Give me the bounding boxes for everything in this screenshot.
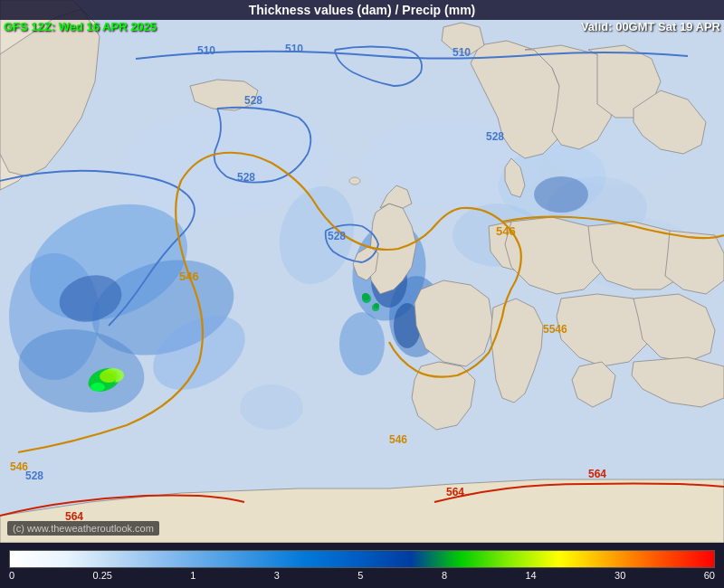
colorbar-container: 00.251358143060 — [0, 543, 724, 588]
colorbar-label: 8 — [442, 570, 447, 581]
svg-point-26 — [349, 177, 360, 185]
svg-text:564: 564 — [446, 486, 464, 498]
model-info: GFS 12Z: Wed 16 APR 2025 — [4, 20, 157, 33]
colorbar-label: 3 — [274, 570, 280, 581]
colorbar-gradient — [9, 550, 715, 568]
colorbar-label: 1 — [190, 570, 195, 581]
svg-point-44 — [374, 303, 379, 308]
svg-text:546: 546 — [179, 270, 199, 283]
colorbar-label: 0.25 — [93, 570, 112, 581]
weather-map-svg: 510 510 510 528 528 528 528 528 546 546 … — [0, 0, 724, 543]
svg-text:564: 564 — [588, 468, 606, 480]
svg-text:510: 510 — [285, 43, 303, 55]
svg-text:546: 546 — [496, 224, 516, 238]
svg-text:528: 528 — [25, 469, 43, 482]
svg-point-9 — [339, 312, 385, 375]
svg-point-14 — [240, 384, 303, 430]
valid-time: Valid: 00GMT Sat 19 APR — [581, 20, 720, 33]
svg-point-18 — [534, 176, 588, 213]
svg-text:546: 546 — [10, 460, 28, 473]
map-container: Thickness values (dam) / Precip (mm) GFS… — [0, 0, 724, 543]
svg-text:5546: 5546 — [543, 323, 567, 336]
svg-text:510: 510 — [197, 44, 215, 57]
svg-text:528: 528 — [244, 94, 262, 107]
title-text: Thickness values (dam) / Precip (mm) — [249, 3, 476, 17]
colorbar-label: 60 — [704, 570, 715, 581]
svg-point-46 — [100, 370, 118, 383]
svg-text:546: 546 — [389, 433, 407, 446]
colorbar-label: 30 — [614, 570, 625, 581]
svg-text:528: 528 — [237, 171, 255, 184]
svg-point-43 — [362, 293, 369, 300]
colorbar-label: 5 — [357, 570, 363, 581]
colorbar-labels: 00.251358143060 — [9, 570, 715, 581]
svg-text:528: 528 — [486, 130, 504, 143]
colorbar-label: 0 — [9, 570, 14, 581]
colorbar-label: 14 — [525, 570, 536, 581]
svg-point-47 — [90, 383, 105, 392]
colorbar-wrapper: 00.251358143060 — [9, 550, 715, 581]
svg-text:510: 510 — [452, 46, 471, 59]
watermark: (c) www.theweatheroutlook.com — [7, 521, 159, 536]
map-title: Thickness values (dam) / Precip (mm) — [0, 0, 724, 20]
svg-text:528: 528 — [328, 230, 346, 242]
